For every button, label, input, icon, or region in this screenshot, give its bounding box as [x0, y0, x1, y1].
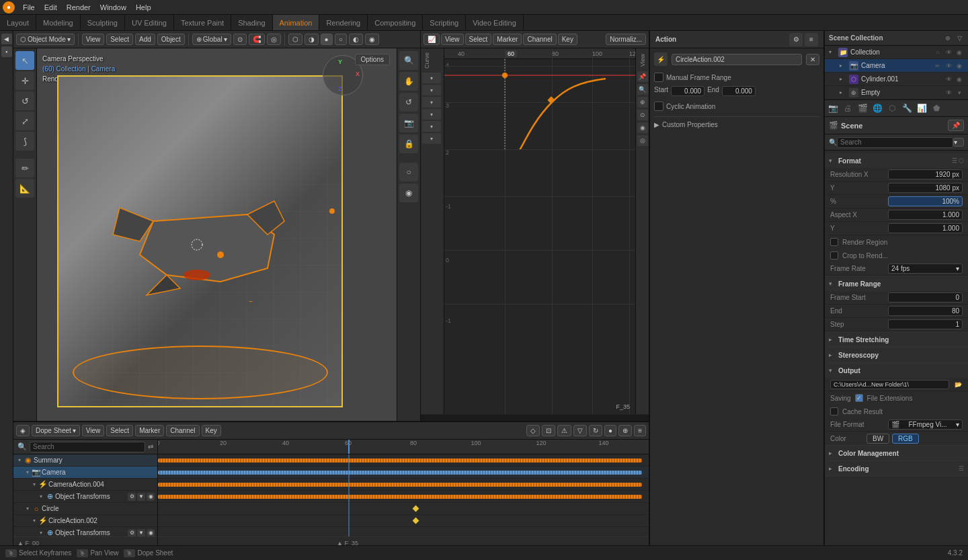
select-menu[interactable]: Select: [106, 34, 133, 45]
tl-row-summary[interactable]: ▾ ◉ Summary: [13, 454, 157, 467]
render-region-checkbox[interactable]: [830, 238, 838, 246]
aspect-y-value[interactable]: 1.000: [888, 223, 963, 233]
menu-help[interactable]: Help: [132, 2, 155, 13]
tl-row-camera-action[interactable]: ▾ ⚡ CameraAction.004: [13, 479, 157, 491]
kf-row-transforms-1[interactable]: [158, 491, 649, 503]
format-section-header[interactable]: ▾ Format ☰ ⬡: [825, 153, 968, 168]
end-value-field[interactable]: 0.000: [722, 86, 756, 96]
kf-row-camera-action[interactable]: [158, 479, 649, 491]
tl-extra1-btn[interactable]: ⊕: [618, 425, 632, 436]
crop-checkbox[interactable]: [830, 251, 838, 259]
tl-render-btn[interactable]: ●: [604, 425, 616, 436]
tab-shading[interactable]: Shading: [231, 15, 272, 30]
tab-modeling[interactable]: Modeling: [36, 15, 81, 30]
menu-file[interactable]: File: [19, 2, 39, 13]
cyclic-animation-checkbox[interactable]: [654, 102, 663, 111]
camera-restrict-2[interactable]: ◉: [955, 61, 964, 71]
tl-row-circle-action[interactable]: ▾ ⚡ CircleAction.002: [13, 515, 157, 527]
frame-end-value[interactable]: 80: [888, 306, 963, 316]
collection-restrict-btn-2[interactable]: 👁: [944, 48, 953, 57]
nav-pan[interactable]: ✋: [399, 72, 418, 91]
start-value-field[interactable]: 0.000: [671, 86, 704, 96]
tl-snap-btn[interactable]: ⊡: [542, 425, 555, 436]
gs-icon-2[interactable]: 🔍: [637, 84, 648, 95]
tl-sheet-type[interactable]: Dope Sheet ▾: [32, 425, 80, 436]
proportional-btn[interactable]: ◎: [267, 34, 281, 45]
transforms-icon-set-1[interactable]: ⚙: [128, 493, 136, 501]
graph-marker-menu[interactable]: Marker: [493, 34, 522, 45]
collection-restrict-btn-3[interactable]: ◉: [955, 48, 964, 57]
transform-tool[interactable]: ⟆: [15, 132, 34, 151]
graph-normalize-btn[interactable]: Normaliz...: [606, 34, 646, 45]
tab-animation[interactable]: Animation: [273, 15, 320, 30]
tree-item-collection[interactable]: ▾ 📁 Collection ○ 👁 ◉: [825, 46, 968, 59]
resolution-x-value[interactable]: 1920 px: [888, 169, 963, 179]
camera-edit-icon[interactable]: ✏: [933, 61, 942, 71]
props-icon-data[interactable]: 📊: [915, 102, 928, 115]
tab-uv-editing[interactable]: UV Editing: [125, 15, 174, 30]
object-menu[interactable]: Object: [157, 34, 185, 45]
move-tool[interactable]: ✛: [15, 71, 34, 90]
graph-mode-icon[interactable]: 📈: [424, 34, 440, 45]
props-icon-object[interactable]: ⬡: [885, 102, 899, 115]
kf-row-transforms-2[interactable]: [158, 527, 649, 536]
tab-layout[interactable]: Layout: [0, 15, 36, 30]
tl-mode-icon[interactable]: ◈: [16, 425, 30, 436]
kf-row-circle[interactable]: [158, 503, 649, 515]
output-path-folder-btn[interactable]: 📂: [953, 380, 963, 389]
props-search-input[interactable]: [837, 137, 953, 148]
action-name-field[interactable]: CircleAction.002: [672, 54, 802, 65]
tab-video-editing[interactable]: Video Editing: [466, 15, 524, 30]
manual-frame-range-checkbox[interactable]: [654, 73, 663, 82]
channel-icon-5[interactable]: ▾: [422, 121, 441, 132]
frame-start-value[interactable]: 0: [888, 292, 963, 303]
tab-sculpting[interactable]: Sculpting: [81, 15, 125, 30]
color-rgb-btn[interactable]: RGB: [892, 434, 919, 444]
tl-select-menu[interactable]: Select: [106, 425, 133, 436]
tab-texture-paint[interactable]: Texture Paint: [174, 15, 231, 30]
tl-channel-menu[interactable]: Channel: [166, 425, 199, 436]
graph-channel-menu[interactable]: Channel: [523, 34, 556, 45]
tl-row-circle[interactable]: ▾ ○ Circle: [13, 503, 157, 515]
file-format-dropdown[interactable]: 🎬 FFmpeg Vi... ▾: [888, 419, 963, 430]
tab-scripting[interactable]: Scripting: [423, 15, 466, 30]
channel-icon-2[interactable]: ▾: [422, 85, 441, 95]
frame-range-header[interactable]: ▾ Frame Range: [825, 276, 968, 291]
nav-camera[interactable]: 📷: [399, 114, 418, 132]
props-icon-scene[interactable]: 🎬: [856, 102, 869, 115]
annotate-tool[interactable]: ✏: [15, 159, 34, 177]
tl-row-camera[interactable]: ▾ 📷 Camera: [13, 467, 157, 479]
cursor-tool[interactable]: ↖: [15, 51, 34, 70]
props-icon-world[interactable]: 🌐: [871, 102, 884, 115]
nav-local[interactable]: ○: [399, 163, 418, 182]
action-panel-btn-2[interactable]: ≡: [805, 33, 818, 46]
orientation-selector[interactable]: ⊕ Global ▾: [192, 34, 231, 45]
kf-row-summary[interactable]: [158, 454, 649, 467]
encoding-header[interactable]: ▸ Encoding ☰: [825, 461, 968, 476]
channel-icon-4[interactable]: ▾: [422, 109, 441, 120]
tl-view-menu[interactable]: View: [82, 425, 105, 436]
gs-icon-6[interactable]: ◎: [637, 135, 648, 146]
color-bw-btn[interactable]: BW: [866, 434, 889, 444]
transforms-icon-set-5[interactable]: ▼: [137, 529, 145, 537]
sidebar-icon-1[interactable]: ◀: [1, 34, 12, 44]
kf-row-circle-action[interactable]: [158, 515, 649, 527]
tree-item-camera[interactable]: ▸ 📷 Camera ✏ 👁 ◉: [825, 59, 968, 73]
camera-restrict-1[interactable]: 👁: [944, 61, 953, 71]
collection-restrict-btn-1[interactable]: ○: [933, 48, 942, 57]
tl-key-menu[interactable]: Key: [202, 425, 221, 436]
time-stretching-header[interactable]: ▸ Time Stretching: [825, 332, 968, 347]
rotate-tool[interactable]: ↺: [15, 91, 34, 110]
scene-collection-btn-2[interactable]: ▽: [955, 34, 964, 43]
overlay-btn[interactable]: ⬡: [288, 34, 302, 45]
props-pin-btn[interactable]: 📌: [948, 120, 964, 131]
menu-window[interactable]: Window: [96, 2, 130, 13]
empty-restrict-1[interactable]: 👁: [944, 88, 953, 97]
snapping-btn[interactable]: 🧲: [249, 34, 265, 45]
channel-icon-3[interactable]: ▾: [422, 97, 441, 108]
gs-icon-3[interactable]: ⊕: [637, 97, 648, 108]
cylinder-restrict-2[interactable]: ◉: [955, 75, 964, 84]
graph-view-menu[interactable]: View: [441, 34, 464, 45]
wireframe-btn[interactable]: ○: [335, 34, 347, 45]
tl-search-filter-btn[interactable]: ⇄: [148, 443, 153, 450]
